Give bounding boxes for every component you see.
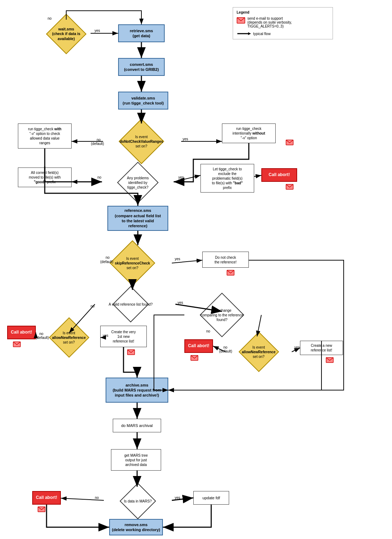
label-yes-5: yes <box>178 301 183 305</box>
svg-line-20 <box>174 175 200 182</box>
label-no-9: no <box>95 496 99 500</box>
validate-sms-box: validate.sms (run tigge_check tool) <box>118 92 168 110</box>
label-no-7: no <box>206 329 210 333</box>
email-icon-7 <box>326 357 334 363</box>
run-tigge-with-v-box: run tigge_check with "-v" option to chec… <box>18 123 72 149</box>
label-yes-9: yes <box>175 496 180 500</box>
do-mars-archival-box: do MARS archival <box>113 419 161 432</box>
update-fdf-box: update fdf <box>193 491 229 505</box>
legend-arrow-desc: typical flow <box>253 32 271 36</box>
donotcheck-diamond: Is eventdoNotCheckValueRangesset on? <box>102 123 181 159</box>
legend-title: Legend <box>237 10 329 14</box>
any-change-diamond: Any changecomparing to the referencefoun… <box>183 297 261 333</box>
legend-email-desc: send e-mail to support (depends on suite… <box>247 16 292 28</box>
email-icon-8 <box>38 506 45 512</box>
call-abort-4: Call abort! <box>32 491 61 505</box>
skip-ref-diamond: Is eventskipReferenceCheckset on? <box>93 245 172 281</box>
label-yes-4: yes <box>175 257 180 261</box>
email-icon-5 <box>127 349 135 355</box>
email-icon-6 <box>190 355 198 361</box>
donotcheck-label: doNotCheckValueRanges <box>120 140 163 144</box>
remove-sms-box: remove.sms (delete working directory) <box>109 519 163 535</box>
label-yes-1: yes <box>95 29 100 33</box>
let-tigge-exclude-box: Let tigge_check to exclude the problemat… <box>200 164 254 193</box>
email-icon-4 <box>13 341 21 347</box>
allow-new-ref-1-diamond: Is eventallowNewReferenceset on? <box>36 321 102 354</box>
label-yes-8: yes <box>294 345 300 349</box>
allow-new-ref-2-diamond: Is eventallowNewReferenceset on? <box>226 336 292 368</box>
create-new-ref-box: Create a newreference list! <box>300 341 343 355</box>
wait-sms-diamond: wait.sms (check if data is available) <box>43 18 89 50</box>
archive-sms-box: archive.sms (build MARS request from inp… <box>106 378 168 403</box>
label-no-default-1: (default) <box>91 142 104 146</box>
convert-sms-box: convert.sms (convert to GRIB2) <box>118 58 165 76</box>
is-data-in-mars-diamond: Is data in MARS? <box>104 487 172 515</box>
label-yes-3: yes <box>178 175 184 179</box>
wait-sms-label: wait.sms (check if data is available) <box>52 27 81 41</box>
svg-line-21 <box>254 175 261 176</box>
reference-sms-box: reference.sms (compare actual field list… <box>107 206 168 231</box>
label-no-1: no <box>48 16 52 20</box>
call-abort-3: Call abort! <box>184 339 213 353</box>
label-yes-6: yes <box>103 334 108 338</box>
label-no-2: no <box>97 138 101 142</box>
label-yes-2: yes <box>183 137 188 141</box>
legend-arrow-icon <box>237 31 251 36</box>
any-problems-diamond: Any problemsidentified bytigge_check? <box>102 166 174 199</box>
email-icon-2 <box>286 184 294 190</box>
legend: Legend send e-mail to support (depends o… <box>233 7 333 39</box>
call-abort-1: Call abort! <box>261 168 297 182</box>
diagram-container: Legend send e-mail to support (depends o… <box>0 0 392 539</box>
all-correct-box: All correct field(s) moved to file(s) wi… <box>18 167 72 187</box>
run-tigge-without-v-box: run tigge_check intentionally without "-… <box>222 123 276 143</box>
get-mars-tree-box: get MARS tree output for just archived d… <box>111 449 161 471</box>
arrows-svg <box>0 0 392 539</box>
email-icon-1 <box>286 140 294 145</box>
retrieve-sms-box: retrieve.sms (get data) <box>118 24 165 42</box>
call-abort-2: Call abort! <box>7 326 36 339</box>
email-icon-3 <box>227 270 234 276</box>
svg-marker-2 <box>248 32 251 35</box>
do-not-check-ref-box: Do not checkthe reference! <box>202 252 249 268</box>
valid-ref-diamond: A valid reference list found? <box>86 290 175 319</box>
legend-email-icon <box>237 17 245 24</box>
label-no-3: no <box>97 175 101 179</box>
